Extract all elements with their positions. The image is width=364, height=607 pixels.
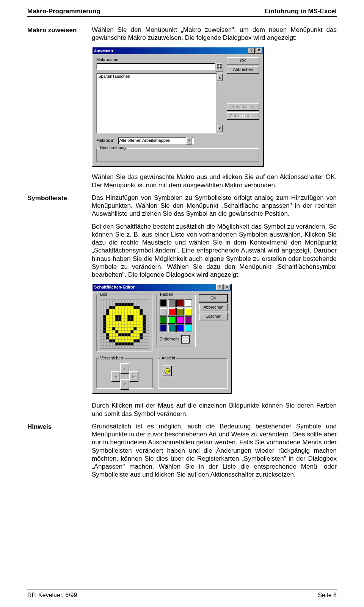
description-label: Beschreibung: [99, 145, 127, 151]
record-button: Aufzeichnen...: [227, 112, 259, 120]
color-swatch[interactable]: [160, 308, 167, 315]
macros-in-select[interactable]: Alle offenen Arbeitsmappen ▼: [118, 137, 194, 144]
svg-rect-32: [166, 370, 167, 370]
color-swatch[interactable]: [185, 300, 192, 307]
group-label: Bild: [99, 292, 108, 297]
color-swatch[interactable]: [176, 308, 184, 315]
pixel-editor-group: Bild: [96, 295, 152, 351]
color-palette[interactable]: [160, 300, 192, 332]
smiley-icon: [100, 300, 149, 348]
svg-point-31: [165, 369, 170, 373]
grid-icon: [217, 64, 222, 69]
color-swatch[interactable]: [160, 300, 167, 307]
color-swatch[interactable]: [168, 325, 176, 332]
list-item[interactable]: SpaltenTauschen: [97, 73, 223, 80]
transparent-swatch[interactable]: [181, 335, 190, 343]
scroll-up-icon[interactable]: ▴: [217, 74, 223, 81]
macroname-input[interactable]: [96, 63, 215, 70]
scroll-down-icon[interactable]: ▾: [217, 125, 223, 132]
macro-picker-button[interactable]: [216, 63, 223, 72]
color-swatch[interactable]: [176, 300, 184, 307]
macro-listbox[interactable]: SpaltenTauschen ▴ ▾: [96, 73, 223, 133]
svg-rect-29: [130, 330, 133, 333]
chevron-down-icon[interactable]: ▼: [186, 137, 192, 144]
color-swatch[interactable]: [168, 300, 176, 307]
svg-rect-33: [168, 370, 168, 370]
preview-button: [163, 365, 172, 376]
remove-label: Entfernen:: [160, 337, 179, 342]
group-label: Ansicht: [160, 356, 176, 361]
svg-rect-26: [112, 327, 115, 330]
color-swatch[interactable]: [176, 325, 184, 332]
color-palette-group: Farben Entfernen:: [156, 295, 196, 347]
paragraph: Wählen Sie das gewünschte Makro aus und …: [92, 173, 337, 189]
svg-rect-28: [115, 330, 118, 333]
help-icon[interactable]: ?: [216, 284, 223, 290]
section-hinweis: Hinweis Grundsätzlich ist es möglich, au…: [27, 422, 337, 483]
dialog-title: Zuweisen: [94, 48, 113, 53]
smiley-icon: [164, 368, 170, 374]
cancel-button[interactable]: Abbrechen: [227, 66, 259, 74]
edit-button: Bearbeiten: [227, 103, 259, 111]
arrow-up-button[interactable]: ▲: [120, 363, 129, 374]
scrollbar[interactable]: ▴ ▾: [217, 73, 223, 133]
footer-left: RP, Kevelaer, 6/99: [27, 592, 77, 599]
svg-rect-27: [133, 327, 136, 330]
preview-group: Ansicht: [158, 358, 228, 389]
move-group: Verschieben ▲ ▼ ◄ ►: [96, 358, 153, 389]
color-swatch[interactable]: [176, 316, 184, 324]
button-editor-dialog: Schaltflächen-Editor ? × Bild: [92, 283, 232, 394]
arrow-right-button[interactable]: ►: [129, 371, 138, 382]
color-swatch[interactable]: [168, 316, 176, 324]
arrow-left-button[interactable]: ◄: [111, 371, 120, 382]
paragraph: Grundsätzlich ist es möglich, auch die B…: [92, 422, 337, 479]
ok-button[interactable]: OK: [227, 57, 259, 65]
color-swatch[interactable]: [168, 308, 176, 315]
page-footer: RP, Kevelaer, 6/99 Seite 8: [27, 590, 337, 599]
group-label: Verschieben: [99, 356, 124, 361]
color-swatch[interactable]: [185, 316, 192, 324]
svg-rect-0: [217, 64, 222, 69]
footer-right: Seite 8: [318, 592, 337, 599]
color-swatch[interactable]: [185, 325, 192, 332]
page-header: Makro-Programmierung Einführung in MS-Ex…: [27, 8, 337, 15]
macros-in-value: Alle offenen Arbeitsmappen: [119, 138, 170, 143]
section-label: Symbolleiste: [27, 194, 92, 202]
macros-in-label: Makros in:: [96, 138, 116, 143]
help-icon[interactable]: ?: [248, 48, 255, 54]
header-right: Einführung in MS-Excel: [264, 8, 337, 15]
group-label: Farben: [159, 292, 174, 297]
header-rule: [27, 16, 337, 17]
color-swatch[interactable]: [185, 308, 192, 315]
section-label: Hinweis: [27, 422, 92, 431]
pixel-canvas[interactable]: [100, 300, 149, 349]
clear-button[interactable]: Löschen: [199, 313, 228, 320]
arrow-down-button[interactable]: ▼: [120, 379, 129, 390]
paragraph: Durch Klicken mit der Maus auf die einze…: [92, 402, 337, 418]
color-swatch[interactable]: [160, 316, 167, 324]
paragraph: Wählen Sie den Menüpunkt „Makro zuweisen…: [92, 26, 337, 42]
cancel-button[interactable]: Abbrechen: [199, 304, 228, 311]
ok-button[interactable]: OK: [199, 295, 228, 302]
color-swatch[interactable]: [160, 325, 167, 332]
section-label: Makro zuweisen: [27, 26, 92, 34]
section-symbolleiste: Symbolleiste Das Hinzufügen von Symbolen…: [27, 194, 337, 422]
paragraph: Bei den Schaltfläche besteht zusätzlich …: [92, 223, 337, 279]
dialog-titlebar[interactable]: Schaltflächen-Editor ? ×: [93, 284, 231, 291]
paragraph: Das Hinzufügen von Symbolen zu Symbollei…: [92, 194, 337, 218]
document-page: Makro-Programmierung Einführung in MS-Ex…: [0, 0, 364, 607]
section-makro-zuweisen: Makro zuweisen Wählen Sie den Menüpunkt …: [27, 26, 337, 194]
header-left: Makro-Programmierung: [27, 8, 100, 15]
dialog-title: Schaltflächen-Editor: [94, 285, 135, 290]
close-icon[interactable]: ×: [224, 284, 231, 290]
close-icon[interactable]: ×: [256, 48, 262, 54]
dialog-titlebar[interactable]: Zuweisen ? ×: [93, 47, 263, 54]
assign-dialog: Zuweisen ? × Makroname: Spa: [92, 47, 264, 167]
